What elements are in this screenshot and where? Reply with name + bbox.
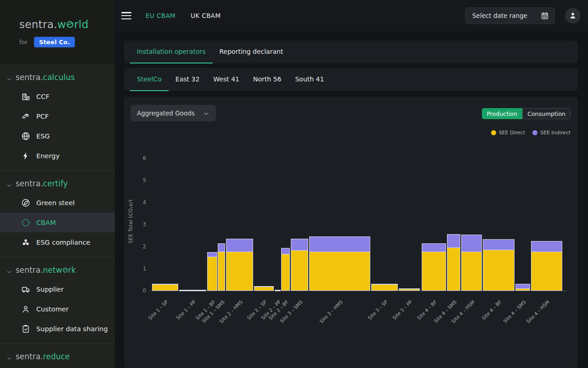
segment-see-direct xyxy=(254,287,274,291)
x-tick-label: Site 1 – PP xyxy=(175,299,197,321)
segment-see-indirect xyxy=(422,243,446,252)
chevron-down-icon xyxy=(6,181,12,186)
bar-site-3-–-sms[interactable] xyxy=(291,239,308,291)
bar-site-2-–-pp[interactable] xyxy=(275,290,281,291)
segment-see-indirect xyxy=(447,234,460,248)
clipboard-check-icon xyxy=(21,324,30,334)
y-tick-label: 1 xyxy=(130,265,146,272)
sidebar-item-label: CBAM xyxy=(36,219,56,226)
legend-item-see-direct[interactable]: SEE Direct xyxy=(491,130,525,136)
tab-eu-cbam[interactable]: EU CBAM xyxy=(146,12,175,19)
y-tick-label: 3 xyxy=(130,221,146,228)
tab-uk-cbam[interactable]: UK CBAM xyxy=(191,12,220,19)
bar-site-4-–-hsm[interactable] xyxy=(531,241,562,291)
bar-site-4-–-sms[interactable] xyxy=(515,284,530,291)
logo-suffix: wrld xyxy=(57,18,89,30)
x-axis-labels: Site 1 – SPSite 1 – PPSite 1 – BFSite 1 … xyxy=(151,291,564,346)
chevron-down-icon xyxy=(6,267,12,273)
sidebar-item-label: Customer xyxy=(36,305,68,313)
y-tick-label: 0 xyxy=(130,288,146,294)
bar-site-1-–-bf[interactable] xyxy=(207,252,217,291)
segment-see-direct xyxy=(309,252,370,291)
segment-see-direct xyxy=(291,251,308,291)
ingot-icon xyxy=(21,112,30,121)
bar-site-2-–-bf[interactable] xyxy=(281,248,290,291)
region-tabs: EU CBAMUK CBAM xyxy=(146,12,220,19)
segment-see-indirect xyxy=(461,235,482,252)
x-tick-label: Site 4 – BF xyxy=(481,299,503,321)
segment-see-indirect xyxy=(483,239,514,250)
segment-see-indirect xyxy=(309,236,370,252)
nav-section-network: sentra.netwrkSupplierCustomerSupplier da… xyxy=(0,257,115,343)
toggle-production[interactable]: Production xyxy=(482,108,523,119)
segment-see-indirect xyxy=(281,248,290,254)
tab-north-56[interactable]: North 56 xyxy=(246,68,288,91)
person-icon xyxy=(21,305,30,314)
section-header-reduce[interactable]: sentra.reduce xyxy=(0,348,115,365)
tab-east-32[interactable]: East 32 xyxy=(169,68,206,91)
legend-label: SEE Indirect xyxy=(540,130,571,136)
bar-site-1-–-sp[interactable] xyxy=(152,284,178,291)
sidebar-item-supplier[interactable]: Supplier xyxy=(0,279,115,299)
truck-icon xyxy=(21,285,30,294)
segment-see-direct xyxy=(531,252,562,291)
brand-area: sentra.wrld for Steel Co. xyxy=(0,0,115,64)
date-range-input[interactable]: Select date range xyxy=(465,7,555,24)
sidebar-nav: sentra.calculusCCFPCFESGEnergysentra.cer… xyxy=(0,64,115,368)
segment-see-indirect xyxy=(531,241,562,252)
section-header-calculus[interactable]: sentra.calculus xyxy=(0,69,115,86)
segment-see-direct xyxy=(371,285,398,291)
tab-steelco[interactable]: SteelCo xyxy=(130,68,169,91)
avatar[interactable] xyxy=(565,8,581,23)
bar-site-1-–-sms[interactable] xyxy=(218,243,225,291)
topbar: EU CBAMUK CBAM Select date range xyxy=(115,0,588,31)
bar-site-3-–-sp[interactable] xyxy=(371,284,398,291)
sidebar-item-customer[interactable]: Customer xyxy=(0,299,115,319)
bar-site-4-–-hsm[interactable] xyxy=(461,235,482,291)
bar-site-3-–-pp[interactable] xyxy=(399,288,420,291)
logo-prefix: sentra. xyxy=(19,18,57,30)
toggle-consumption[interactable]: Consumption xyxy=(522,108,571,119)
date-range-placeholder: Select date range xyxy=(472,12,541,19)
sidebar-item-green-steel[interactable]: Green steel xyxy=(0,193,115,213)
x-tick-label: Site 4 – SMS xyxy=(502,299,526,324)
tab-south-41[interactable]: South 41 xyxy=(288,68,331,91)
bar-site-4-–-bf[interactable] xyxy=(422,243,446,291)
sidebar-item-cbam[interactable]: CBAM xyxy=(0,213,115,232)
segment-see-direct xyxy=(207,257,217,291)
view-tabs: Installation operatorsReporting declaran… xyxy=(124,40,578,63)
sidebar-item-ccf[interactable]: CCF xyxy=(0,86,115,106)
section-header-certify[interactable]: sentra.certify xyxy=(0,175,115,192)
segment-see-indirect xyxy=(515,284,530,289)
sidebar-item-supplier-data-sharing[interactable]: Supplier data sharing xyxy=(0,319,115,339)
sidebar-item-pcf[interactable]: PCF xyxy=(0,106,115,126)
segment-see-indirect xyxy=(207,252,217,257)
goods-dropdown[interactable]: Aggregated Goods xyxy=(130,105,216,121)
bar-site-4-–-sms[interactable] xyxy=(447,234,460,291)
bar-site-2-–-sp[interactable] xyxy=(254,286,274,291)
goods-dropdown-value: Aggregated Goods xyxy=(137,109,203,117)
segment-see-indirect xyxy=(226,239,253,252)
segment-see-direct xyxy=(179,291,206,291)
sidebar-item-energy[interactable]: Energy xyxy=(0,146,115,166)
hamburger-icon[interactable] xyxy=(121,12,131,19)
bar-site-2-–-hms[interactable] xyxy=(226,239,253,291)
section-title: sentra.netwrk xyxy=(16,265,76,275)
tab-west-41[interactable]: West 41 xyxy=(206,68,246,91)
tab-reporting-declarant[interactable]: Reporting declarant xyxy=(213,40,290,63)
legend-item-see-indirect[interactable]: SEE Indirect xyxy=(532,130,571,136)
y-tick-label: 2 xyxy=(130,243,146,250)
bar-site-3-–-hms[interactable] xyxy=(309,236,370,291)
sidebar-item-esg[interactable]: ESG xyxy=(0,126,115,146)
sidebar-item-esg-compliance[interactable]: ESG compliance xyxy=(0,232,115,252)
tab-installation-operators[interactable]: Installation operators xyxy=(130,40,213,63)
section-header-network[interactable]: sentra.netwrk xyxy=(0,262,115,278)
legend-dot xyxy=(532,130,537,135)
y-tick-label: 5 xyxy=(130,177,146,184)
y-tick-label: 6 xyxy=(130,155,146,161)
bar-site-4-–-bf[interactable] xyxy=(483,239,514,291)
section-title: sentra.certify xyxy=(16,179,68,188)
bar-site-1-–-pp[interactable] xyxy=(179,290,206,291)
recycle-icon xyxy=(21,238,30,247)
chevron-down-icon xyxy=(203,110,209,116)
